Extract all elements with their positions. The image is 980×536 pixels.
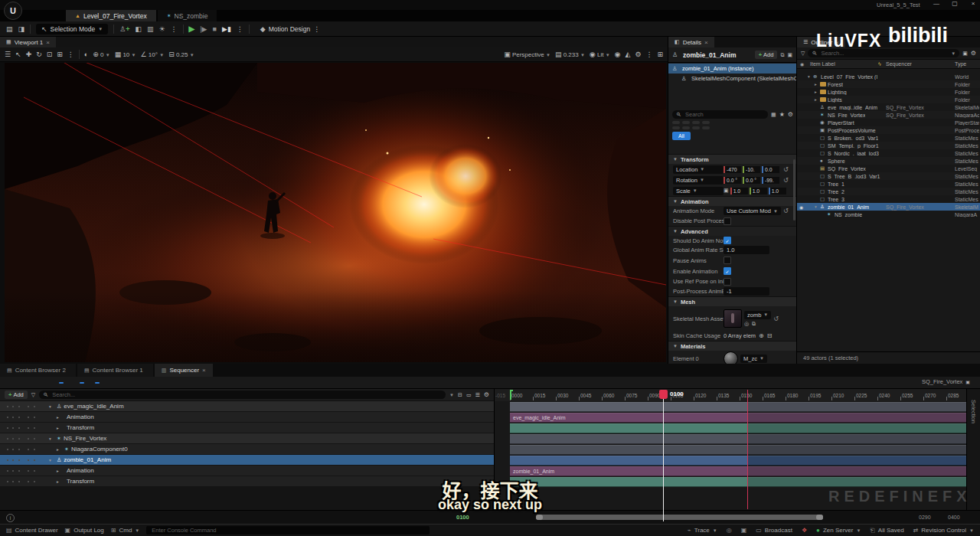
reset-icon[interactable]: ↺ xyxy=(783,208,789,214)
location-y-field[interactable]: -10. xyxy=(743,166,760,173)
expander-icon[interactable]: ▸ xyxy=(57,447,62,452)
select-tool-icon[interactable]: ↖ xyxy=(15,51,21,58)
grid-snap-value[interactable]: ▦ 10 ▼ xyxy=(115,51,136,58)
sequencer-breadcrumb[interactable]: SQ_Fire_Vortex▣ xyxy=(922,378,970,385)
outliner-row[interactable]: ◉ ▾ ♙ zombie_01_Anim SQ_Fire_Vortex Skel… xyxy=(797,203,980,211)
view-mode-dropdown[interactable]: ◉ Lit ▼ xyxy=(590,51,610,58)
expander-icon[interactable]: ▾ xyxy=(49,458,54,462)
scale-snap-value[interactable]: ⊟ 0.25 ▼ xyxy=(168,51,194,58)
sequencer-toolbar-icon[interactable] xyxy=(59,382,64,384)
copy-icon[interactable]: ⧉ xyxy=(752,321,756,327)
blueprints-icon[interactable]: ◧ xyxy=(135,25,142,33)
sequencer-track-row[interactable]: ▾ ♙ eve_magic_idle_Anim xyxy=(0,401,494,412)
rotation-snap-value[interactable]: ∠ 10° ▼ xyxy=(141,51,165,58)
lock-icon[interactable]: ▣ xyxy=(965,379,970,384)
expander-icon[interactable]: ▾ xyxy=(815,204,820,209)
asset-tab[interactable]: ▲ Level_07_Fire_Vortex xyxy=(66,10,156,21)
scale-y-field[interactable]: 1.0 xyxy=(750,188,767,194)
scale-tool-icon[interactable]: ⊡ xyxy=(47,51,53,58)
world-snap-icon[interactable]: ◐ xyxy=(84,51,88,58)
cinematics-icon[interactable]: ▥ xyxy=(147,25,154,33)
content-drawer-button[interactable]: ▤Content Drawer xyxy=(6,527,58,534)
blueprint-convert-icon[interactable]: ⧉ xyxy=(780,52,784,58)
outliner-row[interactable]: ▢ S_Nordic_._iaat_lod3 StaticMes xyxy=(797,149,980,157)
sequencer-track-row[interactable]: ▸ ✶ NiagaraComponent0 xyxy=(0,444,494,455)
lock-icon[interactable]: ▣ xyxy=(787,52,792,58)
outliner-row[interactable]: ▢ Tree_3 StaticMes xyxy=(797,195,980,203)
sequencer-track-row[interactable]: ▸ Animation xyxy=(0,412,494,423)
outliner-row[interactable]: ▸ Lights Folder xyxy=(797,96,980,103)
playhead-handle[interactable] xyxy=(659,390,668,399)
filter-chip[interactable] xyxy=(672,121,680,124)
filter-chip[interactable] xyxy=(672,126,680,129)
details-tab[interactable]: ◧ Details × xyxy=(668,37,714,47)
close-icon[interactable]: × xyxy=(704,39,708,46)
timeline-section-bar[interactable] xyxy=(510,402,966,412)
scale-lock-icon[interactable]: ▣ xyxy=(724,188,729,194)
sequencer-track-row[interactable]: ▾ ✶ NS_Fire_Vortex xyxy=(0,433,494,444)
bottom-tab[interactable]: ▤ Content Browser 1 xyxy=(77,364,153,377)
timeline-section-bar[interactable] xyxy=(510,456,966,466)
column-sequencer[interactable]: Sequencer xyxy=(886,61,912,67)
display-options-icon[interactable]: ▦ xyxy=(771,112,776,118)
filter-chip[interactable] xyxy=(692,126,700,129)
move-snap-value[interactable]: ⊕ 0 ▼ xyxy=(93,51,109,58)
outliner-row[interactable]: ▢ SM_Templ._p_Floor1 StaticMes xyxy=(797,142,980,149)
outliner-row[interactable]: ▢ S_Broken._od3_Var1 StaticMes xyxy=(797,134,980,142)
enable-animation-checkbox[interactable]: ✓ xyxy=(724,267,731,275)
rotation-y-field[interactable]: 0.0 ° xyxy=(743,177,760,184)
outliner-row[interactable]: ▢ S_Tree_B_.lod3_Var1 StaticMes xyxy=(797,172,980,180)
outliner-row[interactable]: ▢ Tree_2 StaticMes xyxy=(797,188,980,195)
disable-post-process-checkbox[interactable]: ✓ xyxy=(724,217,731,225)
pause-anims-checkbox[interactable]: ✓ xyxy=(724,257,731,264)
sequencer-add-button[interactable]: +Add xyxy=(5,391,28,399)
timeline-section-bar[interactable] xyxy=(510,445,966,455)
outliner-row[interactable]: ▸ Lighting Folder xyxy=(797,88,980,96)
skip-button[interactable]: ▶▮ xyxy=(222,25,231,33)
filter-chip[interactable] xyxy=(682,121,690,124)
should-do-anim-checkbox[interactable]: ✓ xyxy=(724,237,731,244)
more-options-icon[interactable]: ⋮ xyxy=(645,51,652,58)
delete-icon[interactable]: ⊟ xyxy=(767,332,773,339)
revision-control-dropdown[interactable]: ⇄Revision Control▼ xyxy=(913,527,974,534)
timeline-track-row[interactable] xyxy=(510,401,966,412)
favorites-star-icon[interactable]: ★ xyxy=(779,111,785,118)
working-range-end-value[interactable]: 0400 xyxy=(948,515,960,520)
list-options-icon[interactable]: ☰ xyxy=(475,392,480,398)
screenshot-icon[interactable]: ◎ xyxy=(727,527,732,534)
component-tree-row[interactable]: ♙ SkeletalMeshComponent (SkeletalMeshCom… xyxy=(668,74,796,83)
settings-gear-icon[interactable]: ⚙ xyxy=(788,111,793,118)
rotation-z-field[interactable]: -99. xyxy=(762,177,779,184)
expander-icon[interactable]: ▸ xyxy=(815,97,820,102)
capture-icon[interactable]: ▣ xyxy=(741,527,747,534)
filter-chip[interactable] xyxy=(702,126,710,129)
filter-chip-all[interactable]: All xyxy=(672,132,691,140)
camera-speed-icon[interactable]: ◭ xyxy=(625,51,630,58)
timeline-horizontal-scrollbar[interactable] xyxy=(536,515,823,520)
filter-chip[interactable] xyxy=(682,126,690,129)
section-advanced[interactable]: ▼Advanced xyxy=(668,226,797,236)
unreal-logo-icon[interactable]: U xyxy=(4,2,22,20)
mesh-thumbnail[interactable] xyxy=(724,309,742,328)
timeline-track-row[interactable] xyxy=(510,423,966,433)
outliner-row[interactable]: ▸ Forest Folder xyxy=(797,80,980,88)
component-tree-row[interactable]: ♙ zombie_01_Anim (Instance) xyxy=(668,64,796,74)
ref-pose-checkbox[interactable]: ✓ xyxy=(724,278,731,286)
playback-start-marker[interactable] xyxy=(510,390,513,400)
post-process-anim-field[interactable]: -1 xyxy=(724,287,769,296)
expander-icon[interactable]: ▸ xyxy=(815,82,820,87)
minimize-tracks-icon[interactable]: ⊟ xyxy=(458,392,462,398)
bottom-tab[interactable]: ▥ Sequencer × xyxy=(155,364,213,377)
trace-dropdown[interactable]: ⌁Trace▼ xyxy=(688,527,717,534)
details-search-input[interactable] xyxy=(684,110,764,119)
save-icon[interactable]: ▤ xyxy=(6,25,13,33)
timeline-track-row[interactable]: zombie_01_Anim xyxy=(510,466,966,476)
perspective-dropdown[interactable]: ▣ Perspective ▼ xyxy=(504,51,550,58)
viewport-canvas[interactable] xyxy=(5,63,666,362)
filter-chip[interactable] xyxy=(692,121,700,124)
sequencer-track-row[interactable]: ▾ ♙ zombie_01_Anim xyxy=(0,455,494,466)
all-saved-button[interactable]: ⎗All Saved xyxy=(870,527,903,534)
close-button[interactable]: × xyxy=(968,0,978,7)
timeline-section-bar[interactable]: eve_magic_idle_Anim xyxy=(510,413,966,423)
outliner-row[interactable]: ▤ SQ_Fire_Vortex LevelSeq xyxy=(797,165,980,172)
